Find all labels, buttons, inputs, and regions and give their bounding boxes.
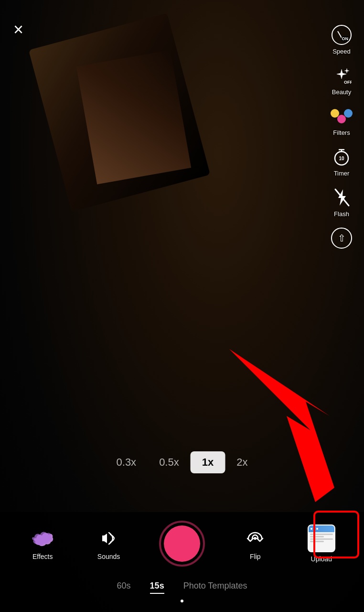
zoom-03x[interactable]: 0.3x (105, 451, 148, 473)
svg-text:10: 10 (339, 156, 344, 161)
beauty-label: Beauty (332, 88, 351, 96)
zoom-bar: 0.3x 0.5x 1x 2x (105, 451, 259, 473)
zoom-05x[interactable]: 0.5x (148, 451, 191, 473)
effects-button[interactable]: Effects (26, 527, 59, 560)
close-button[interactable]: × (13, 21, 23, 38)
flip-button[interactable]: Flip (238, 527, 272, 560)
tab-60s[interactable]: 60s (117, 579, 131, 594)
speed-label: Speed (332, 48, 351, 55)
timer-icon: 10 (331, 146, 353, 168)
svg-point-7 (254, 537, 257, 540)
tab-photo-templates[interactable]: Photo Templates (183, 579, 247, 594)
upload-label: Upload (311, 555, 332, 563)
flip-icon (244, 527, 267, 550)
toolbar-item-beauty[interactable]: OFF Beauty (328, 62, 355, 98)
sounds-button[interactable]: Sounds (92, 527, 126, 560)
chevron-up-icon: ⇧ (331, 227, 353, 249)
record-button[interactable] (158, 520, 206, 568)
svg-text:OFF: OFF (344, 80, 352, 85)
toolbar-item-filters[interactable]: Filters (328, 102, 355, 139)
beauty-icon: OFF (331, 65, 353, 87)
filters-label: Filters (333, 129, 350, 136)
right-toolbar: Speed OFF Beauty Filters (328, 21, 355, 252)
effects-icon (31, 527, 54, 550)
filters-icon (331, 105, 353, 127)
sounds-icon (97, 527, 120, 550)
flash-label: Flash (334, 210, 349, 218)
mode-tabs: 60s 15s Photo Templates (0, 572, 364, 597)
tab-15s[interactable]: 15s (150, 579, 164, 594)
zoom-2x[interactable]: 2x (225, 451, 259, 473)
upload-button[interactable]: Upload (305, 525, 338, 563)
toolbar-item-timer[interactable]: 10 Timer (328, 143, 355, 180)
toolbar-item-speed[interactable]: Speed (328, 21, 355, 58)
record-ring (159, 521, 205, 567)
action-bar: Effects Sounds (0, 512, 364, 572)
tab-dot (181, 600, 183, 602)
speed-icon (331, 24, 353, 46)
toolbar-item-more[interactable]: ⇧ (328, 224, 355, 252)
bottom-controls: Effects Sounds (0, 512, 364, 612)
flip-label: Flip (250, 553, 261, 560)
upload-icon (308, 525, 335, 552)
flash-icon (331, 186, 353, 208)
zoom-1x[interactable]: 1x (191, 451, 225, 473)
sounds-label: Sounds (97, 553, 120, 560)
toolbar-item-flash[interactable]: Flash (328, 184, 355, 220)
effects-label: Effects (32, 553, 53, 560)
camera-view: × Speed OFF Beauty (0, 0, 364, 612)
timer-label: Timer (334, 170, 350, 177)
tab-indicator (0, 600, 364, 602)
